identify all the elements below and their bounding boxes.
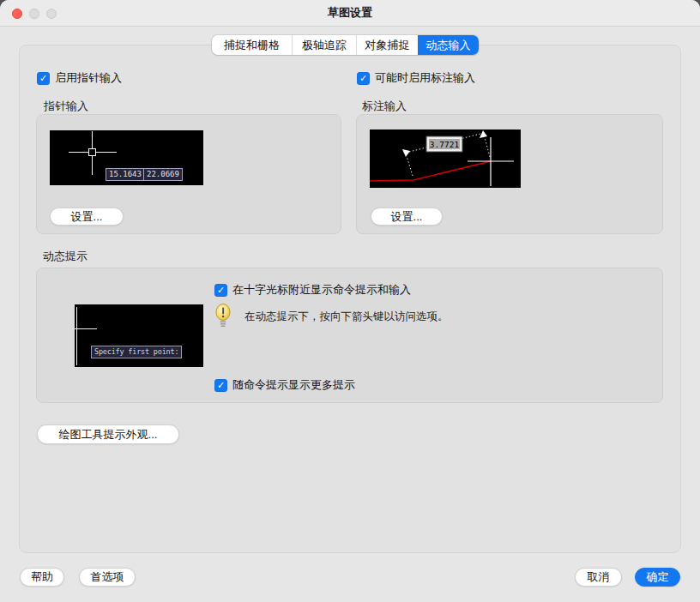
help-button[interactable]: 帮助 xyxy=(20,568,64,587)
extension-line xyxy=(485,137,490,157)
more-tips-label: 随命令提示显示更多提示 xyxy=(232,377,355,393)
enable-pointer-input-checkbox[interactable]: 启用指针输入 xyxy=(37,70,122,86)
dim-input-section-label: 标注输入 xyxy=(362,99,407,114)
dim-settings-button[interactable]: 设置... xyxy=(371,208,443,226)
checkbox-check-icon[interactable] xyxy=(37,72,50,85)
pickbox-icon xyxy=(88,148,96,156)
crosshair-icon xyxy=(75,328,97,329)
dim-preview-drawing: 3.7721 xyxy=(370,129,521,188)
titlebar: 草图设置 xyxy=(0,0,700,27)
show-prompts-label: 在十字光标附近显示命令提示和输入 xyxy=(232,282,411,298)
show-prompts-checkbox[interactable]: 在十字光标附近显示命令提示和输入 xyxy=(214,282,411,298)
coord-y-box: 22.0669 xyxy=(143,168,183,181)
tab-bar: 捕捉和栅格 极轴追踪 对象捕捉 动态输入 xyxy=(212,35,479,55)
pointer-input-section-label: 指针输入 xyxy=(44,99,88,114)
checkbox-check-icon[interactable] xyxy=(357,72,370,85)
drafting-settings-dialog: 草图设置 捕捉和栅格 极轴追踪 对象捕捉 动态输入 启用指针输入 可能时启用标注… xyxy=(0,0,700,602)
enable-dim-input-checkbox[interactable]: 可能时启用标注输入 xyxy=(357,70,475,86)
tab-snap-and-grid[interactable]: 捕捉和栅格 xyxy=(212,35,292,55)
arrowhead-icon xyxy=(402,149,410,157)
minimize-button[interactable] xyxy=(29,9,39,19)
dim-value-text: 3.7721 xyxy=(430,140,460,149)
cancel-button[interactable]: 取消 xyxy=(575,568,622,587)
lightbulb-icon xyxy=(215,304,231,328)
dynamic-prompts-section-label: 动态提示 xyxy=(43,249,88,264)
tab-object-snap[interactable]: 对象捕捉 xyxy=(356,35,418,55)
enable-dim-input-label: 可能时启用标注输入 xyxy=(375,70,475,86)
window-title: 草图设置 xyxy=(0,0,700,26)
more-tips-checkbox[interactable]: 随命令提示显示更多提示 xyxy=(214,377,355,393)
arrowhead-icon xyxy=(480,130,487,138)
close-button[interactable] xyxy=(12,9,22,19)
coord-x-box: 15.1643 xyxy=(106,168,145,181)
red-line xyxy=(370,161,491,181)
tab-polar-tracking[interactable]: 极轴追踪 xyxy=(292,35,356,55)
enable-pointer-input-label: 启用指针输入 xyxy=(55,70,122,86)
dynamic-tip-text: 在动态提示下，按向下箭头键以访问选项。 xyxy=(244,310,449,324)
dynamic-prompt-preview: Specify first point: xyxy=(75,304,203,367)
crosshair-icon xyxy=(76,307,77,365)
ok-button[interactable]: 确定 xyxy=(635,568,680,587)
checkbox-check-icon[interactable] xyxy=(214,284,227,297)
zoom-button[interactable] xyxy=(46,9,57,19)
tab-dynamic-input[interactable]: 动态输入 xyxy=(418,35,479,55)
checkbox-check-icon[interactable] xyxy=(214,379,227,392)
crosshair-icon xyxy=(468,137,514,186)
extension-line xyxy=(407,156,413,176)
dim-input-preview: 3.7721 xyxy=(370,129,521,188)
pointer-settings-button[interactable]: 设置... xyxy=(50,208,124,226)
prompt-tooltip: Specify first point: xyxy=(91,346,182,358)
pointer-input-preview: 15.1643 22.0669 xyxy=(50,130,203,185)
preferences-button[interactable]: 首选项 xyxy=(79,568,136,587)
tooltip-appearance-button[interactable]: 绘图工具提示外观... xyxy=(37,424,179,444)
